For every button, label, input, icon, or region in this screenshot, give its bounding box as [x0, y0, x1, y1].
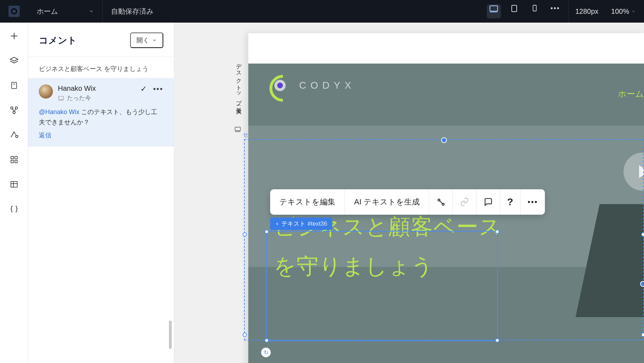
chevron-down-icon	[152, 38, 157, 43]
svg-rect-15	[11, 160, 13, 163]
top-bar: ホーム 自動保存済み ••• 1280px 100%	[0, 0, 644, 23]
svg-rect-17	[11, 182, 17, 187]
scrollbar[interactable]	[169, 321, 172, 349]
svg-rect-7	[12, 82, 17, 89]
canvas-area[interactable]: デスクトップ（最大） セクション CODYX ホーム ビジネスと顧客ベース を守…	[174, 23, 644, 363]
breakpoint-device-icon	[234, 126, 241, 133]
more-icon[interactable]: •••	[153, 84, 163, 94]
svg-marker-6	[10, 57, 18, 61]
desktop-icon	[58, 95, 64, 101]
resolve-icon[interactable]: ✓	[140, 84, 147, 94]
link-icon[interactable]	[453, 189, 476, 215]
svg-rect-3	[533, 5, 536, 11]
more-icon[interactable]: •••	[521, 189, 545, 215]
open-filter-label: 開く	[136, 36, 149, 44]
svg-rect-2	[512, 5, 517, 12]
chevron-down-icon	[631, 9, 636, 13]
breakpoint-label: デスクトップ（最大）	[235, 60, 242, 106]
resize-handle-nw[interactable]	[243, 232, 247, 237]
apps-icon[interactable]	[8, 153, 20, 166]
page-dropdown[interactable]: ホーム	[28, 0, 102, 23]
svg-rect-20	[59, 96, 63, 99]
svg-point-25	[442, 203, 444, 205]
comments-title: コメント	[39, 34, 77, 47]
comment-item[interactable]: Hanako Wix たった今 ✓ ••• @Hanako Wix このテキスト…	[28, 78, 174, 147]
open-filter-button[interactable]: 開く	[130, 32, 163, 48]
site-header: CODYX ホーム	[248, 33, 644, 112]
edit-text-button[interactable]: テキストを編集	[270, 189, 345, 215]
add-icon[interactable]	[8, 30, 20, 42]
element-tag-id: #text36	[308, 220, 327, 227]
avatar	[39, 84, 53, 99]
help-icon[interactable]: ?	[500, 189, 521, 215]
svg-point-11	[13, 111, 15, 114]
comment-icon[interactable]	[476, 189, 500, 215]
app-logo[interactable]	[0, 0, 28, 23]
resize-handle-sw[interactable]	[243, 333, 247, 337]
reply-link[interactable]: 返信	[39, 131, 163, 139]
mobile-device-icon[interactable]	[528, 4, 542, 18]
autosave-status: 自動保存済み	[102, 0, 162, 23]
canvas-width-label: 1280px	[569, 0, 605, 23]
site-logo-icon	[269, 75, 291, 96]
site-structure-icon[interactable]	[8, 104, 20, 117]
svg-rect-13	[11, 156, 13, 159]
zoom-dropdown[interactable]: 100%	[611, 7, 636, 16]
chevron-left-icon	[275, 222, 279, 226]
comment-user: Hanako Wix	[58, 84, 135, 93]
mention: @Hanako Wix	[39, 108, 79, 115]
element-breadcrumb[interactable]: テキスト #text36	[270, 218, 332, 230]
rotate-handle[interactable]: ↻	[261, 347, 271, 357]
animation-icon[interactable]	[429, 189, 453, 215]
ai-generate-button[interactable]: AI テキストを生成	[345, 189, 429, 215]
styles-icon[interactable]	[8, 129, 20, 141]
element-toolbar: テキストを編集 AI テキストを生成 ? •••	[270, 189, 545, 215]
hero-section: ビジネスと顧客ベース を守りましょう	[248, 112, 644, 363]
left-tool-rail	[0, 23, 28, 363]
pages-icon[interactable]	[8, 79, 20, 92]
tablet-device-icon[interactable]	[507, 4, 521, 18]
svg-point-24	[438, 199, 440, 201]
comment-body: @Hanako Wix このテキスト、もう少し工夫できませんか？	[39, 107, 163, 127]
svg-rect-0	[490, 6, 498, 11]
page-dropdown-label: ホーム	[37, 7, 58, 16]
code-icon[interactable]	[8, 203, 20, 215]
nav-home-link[interactable]: ホーム	[618, 88, 644, 100]
more-devices-icon[interactable]: •••	[548, 4, 562, 18]
comment-time: たった今	[67, 94, 91, 102]
cms-icon[interactable]	[8, 178, 20, 191]
site-name: CODYX	[299, 80, 356, 91]
svg-rect-14	[15, 156, 17, 159]
desktop-device-icon[interactable]	[487, 4, 501, 18]
element-tag-label: テキスト	[281, 220, 305, 228]
layers-icon[interactable]	[8, 54, 20, 67]
chevron-down-icon	[89, 9, 94, 14]
comment-subject: ビジネスと顧客ベース を守りましょう	[28, 57, 174, 78]
svg-rect-22	[235, 127, 241, 131]
comments-panel: コメント 開く ビジネスと顧客ベース を守りましょう Hanako Wix たっ…	[28, 23, 174, 363]
svg-rect-16	[15, 160, 17, 163]
svg-point-12	[16, 135, 18, 138]
play-icon	[639, 165, 644, 178]
zoom-value: 100%	[611, 7, 629, 16]
